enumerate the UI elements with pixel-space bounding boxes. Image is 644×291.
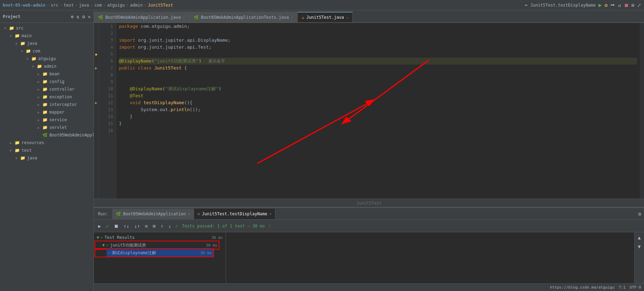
expand-all-icon[interactable]: ⊞ xyxy=(151,223,157,230)
tree-item-config[interactable]: ▶ 📁 config xyxy=(0,78,94,85)
code-line-11: @Test xyxy=(119,92,637,99)
code-line-15: } xyxy=(119,120,637,127)
run-icon[interactable]: ▶ xyxy=(598,2,602,8)
tab-bar: 🌿 Boot05WebAdminApplication.java ✕ 🌿 Boo… xyxy=(94,10,644,23)
close-icon[interactable]: ✕ xyxy=(188,212,190,216)
spring-icon: 🌿 xyxy=(42,133,48,138)
tab-junit5test[interactable]: ☕ Junit5Test.java ✕ xyxy=(298,12,353,22)
back-icon[interactable]: ⬅ xyxy=(525,2,528,8)
editor-scrollbar[interactable] xyxy=(640,23,644,199)
project-label: Project xyxy=(3,14,21,19)
tab-boot-tests[interactable]: 🌿 Boot05WebAdminApplicationTests.java ✕ xyxy=(190,12,298,22)
sort-desc-icon[interactable]: ↓↑ xyxy=(133,223,142,230)
layout-icon[interactable]: ⊞ xyxy=(631,2,634,8)
tree-item-service[interactable]: ▶ 📁 service xyxy=(0,116,94,124)
code-line-9 xyxy=(119,78,637,85)
code-content[interactable]: ● ▶ ▶ 1 xyxy=(94,23,644,199)
arrow-icon: ▼ xyxy=(26,57,31,61)
folder-icon: 📁 xyxy=(37,64,42,69)
stop-button[interactable]: ⏹ xyxy=(112,223,120,230)
tree-item-controller[interactable]: ▶ 📁 controller xyxy=(0,85,94,93)
code-line-4: import org.junit.jupiter.api.Test; xyxy=(119,44,637,51)
code-line-8 xyxy=(119,72,637,78)
tree-item-atguigu[interactable]: ▼ 📁 atguigu xyxy=(0,55,94,63)
folder-icon: 📁 xyxy=(42,125,48,130)
tree-item-resources[interactable]: ▶ 📁 resources xyxy=(0,139,94,147)
tree-item-com[interactable]: ▼ 📁 com xyxy=(0,47,94,55)
tree-item-admin[interactable]: ▼ 📁 admin xyxy=(0,63,94,70)
close-tab-icon[interactable]: ✕ xyxy=(291,15,293,19)
line-num-display: 1 xyxy=(268,224,271,228)
tree-item-test-java[interactable]: ▼ 📁 java xyxy=(0,154,94,162)
code-line-16 xyxy=(119,127,637,134)
sort-asc-icon[interactable]: ↑↓ xyxy=(122,223,131,230)
scroll-up-icon[interactable]: ▲ xyxy=(636,234,643,241)
play-button[interactable]: ▶ xyxy=(97,223,102,230)
prev-icon[interactable]: ↑ xyxy=(159,223,164,230)
arrow-icon: ▶ xyxy=(38,88,42,91)
code-line-3: import org.junit.jupiter.api.DisplayName… xyxy=(119,37,637,44)
run-panel: Run: 🌿 Boot05WebAdminApplication ✕ ≡ Jun… xyxy=(94,207,644,283)
settings-icon[interactable]: ⚙ xyxy=(636,211,644,217)
code-line-5 xyxy=(119,51,637,58)
forward-icon[interactable]: ⮕ xyxy=(610,2,615,8)
tree-item-boot-app[interactable]: ▶ 🌿 Boot05WebAdminApplication xyxy=(0,131,94,139)
arrow-icon: ▼ xyxy=(10,34,15,38)
code-lines[interactable]: package com.atguigu.admin; import org.ju… xyxy=(116,23,640,199)
run-toolbar: ▶ ✓ ⏹ ↑↓ ↓↑ ≡ ⊞ ↑ ↓ ✓ Tests passed: 1 of… xyxy=(94,220,644,232)
run-label: Run: xyxy=(94,211,112,216)
arrow-icon: ▼ xyxy=(21,49,26,53)
tree-item-java[interactable]: ▼ 📁 java xyxy=(0,40,94,47)
code-line-2 xyxy=(119,30,637,37)
pass-icon-method: ✓ xyxy=(108,250,110,255)
collapse-icon[interactable]: ⇅ xyxy=(77,14,79,19)
code-line-12: void testDisplayName(){ xyxy=(119,99,637,106)
locate-icon[interactable]: ⊕ xyxy=(71,14,73,19)
run-output xyxy=(226,232,634,283)
results-label: Test Results xyxy=(104,235,135,240)
results-check-icon: ▼ xyxy=(97,235,99,240)
run-gutter-icon-2[interactable]: ▶ xyxy=(95,100,97,105)
breadcrumb: boot-05-web-admin › src › test › java › … xyxy=(3,3,173,8)
maximize-icon[interactable]: ⤢ xyxy=(637,2,641,8)
tree-item-interceptor[interactable]: ▶ 📁 interceptor xyxy=(0,101,94,108)
run-tree-results[interactable]: ▼ ✓ Test Results 30 ms xyxy=(95,234,224,241)
java-icon: ≡ xyxy=(198,211,200,216)
close-tab-icon[interactable]: ✕ xyxy=(346,16,348,19)
warning-gutter-icon: ● xyxy=(95,52,97,56)
settings-icon[interactable]: ⚙ xyxy=(82,14,85,19)
code-line-10: @DisplayName("测试displayname注解") xyxy=(119,85,637,92)
next-icon[interactable]: ↓ xyxy=(167,223,172,230)
tab-boot-app[interactable]: 🌿 Boot05WebAdminApplication.java ✕ xyxy=(94,12,190,22)
scroll-down-icon[interactable]: ▼ xyxy=(636,243,643,250)
title-bar-actions: ⬅ Junit5Test.testDisplayName ▶ ⚙ ⮕ ↺ ⏹ ⊞… xyxy=(525,2,641,8)
arrow-icon: ▶ xyxy=(38,110,42,114)
arrow-icon: ▼ xyxy=(15,42,20,45)
tree-item-mapper[interactable]: ▶ 📁 mapper xyxy=(0,108,94,116)
tree-item-servlet[interactable]: ▶ 📁 servlet xyxy=(0,124,94,131)
pass-check-icon: ✓ xyxy=(175,224,178,228)
run-tab-boot-app[interactable]: 🌿 Boot05WebAdminApplication ✕ xyxy=(112,209,194,219)
reload-icon[interactable]: ↺ xyxy=(618,2,621,8)
run-tab-junit5[interactable]: ≡ Junit5Test.testDisplayName ✕ xyxy=(194,209,275,219)
project-root: boot-05-web-admin xyxy=(3,3,46,8)
tree-item-exception[interactable]: ▶ 📁 exception xyxy=(0,93,94,101)
check-icon[interactable]: ✓ xyxy=(104,223,110,230)
tree-item-main[interactable]: ▼ 📁 main xyxy=(0,32,94,40)
close-icon[interactable]: ✕ xyxy=(269,212,272,216)
run-tree-test-class[interactable]: ▼ ✓ junit5功能测试类 30 ms xyxy=(101,241,219,249)
run-tree-test-method[interactable]: ✓ 测试displayname注解 30 ms xyxy=(106,249,213,257)
stop-icon[interactable]: ⏹ xyxy=(624,2,629,8)
tree-item-bean[interactable]: ▶ 📁 bean xyxy=(0,70,94,78)
run-gutter-icon[interactable]: ▶ xyxy=(95,66,97,70)
arrow-icon: ▶ xyxy=(38,103,42,107)
tree-item-test[interactable]: ▼ 📁 test xyxy=(0,147,94,154)
close-tab-icon[interactable]: ✕ xyxy=(183,15,185,19)
code-editor: ● ▶ ▶ 1 xyxy=(94,23,644,207)
arrow-icon: ▼ xyxy=(15,156,20,160)
tree-item-src[interactable]: ▼ 📁 src xyxy=(0,24,94,32)
close-icon[interactable]: ✕ xyxy=(88,14,91,19)
footer-right: https://blog.csdn.ma/atguigu 7:1 UTF-8 xyxy=(550,285,641,290)
debug-icon[interactable]: ⚙ xyxy=(605,2,607,8)
align-left-icon[interactable]: ≡ xyxy=(144,223,149,230)
